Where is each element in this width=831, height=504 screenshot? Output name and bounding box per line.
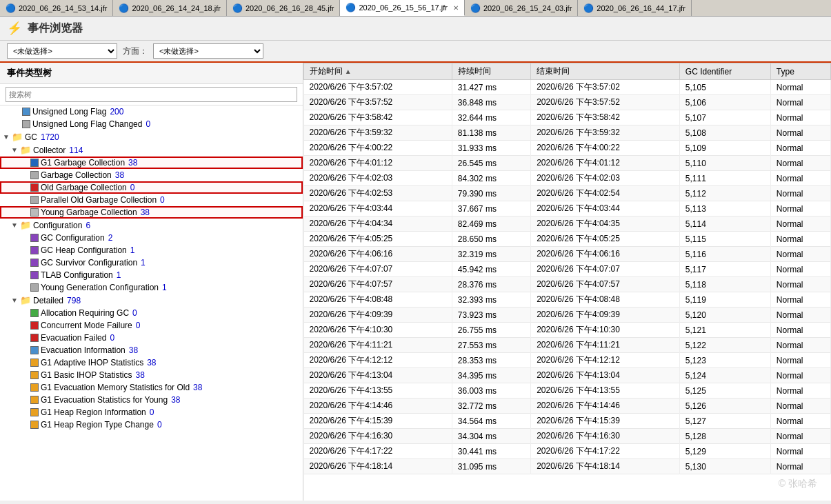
tree-item-count: 1: [162, 283, 167, 292]
table-row[interactable]: 2020/6/26 下午4:11:2127.553 ms2020/6/26 下午…: [304, 338, 831, 353]
cell-end-time: 2020/6/26 下午4:13:04: [531, 368, 680, 383]
tab-tab5[interactable]: 🔵2020_06_26_15_24_03.jfr: [465, 0, 578, 16]
cell-gc-identifier: 5,121: [679, 323, 770, 338]
table-row[interactable]: 2020/6/26 下午4:13:0434.395 ms2020/6/26 下午…: [304, 368, 831, 383]
table-row[interactable]: 2020/6/26 下午4:07:0745.942 ms2020/6/26 下午…: [304, 262, 831, 277]
tree-item-configuration[interactable]: ▼📁 Configuration 6: [0, 219, 303, 232]
table-row[interactable]: 2020/6/26 下午3:57:5236.848 ms2020/6/26 下午…: [304, 95, 831, 110]
tree-item-gc-config[interactable]: GC Configuration 2: [0, 232, 303, 244]
table-row[interactable]: 2020/6/26 下午4:07:5728.376 ms2020/6/26 下午…: [304, 277, 831, 292]
table-row[interactable]: 2020/6/26 下午4:18:1431.095 ms2020/6/26 下午…: [304, 459, 831, 474]
table-row[interactable]: 2020/6/26 下午4:13:5536.003 ms2020/6/26 下午…: [304, 383, 831, 399]
tree-item-gc-survivor-config[interactable]: GC Survivor Configuration 1: [0, 256, 303, 269]
tree-item-detailed[interactable]: ▼📁 Detailed 798: [0, 294, 303, 307]
cell-start-time: 2020/6/26 下午4:11:21: [304, 338, 452, 353]
tree-item-g1-heap-region-info[interactable]: G1 Heap Region Information 0: [0, 406, 303, 419]
table-row[interactable]: 2020/6/26 下午3:59:3281.138 ms2020/6/26 下午…: [304, 125, 831, 141]
tree-item-young-garbage[interactable]: Young Garbage Collection 38: [0, 206, 303, 219]
color-indicator: [30, 246, 39, 254]
cell-duration: 81.138 ms: [452, 125, 530, 141]
cell-end-time: 2020/6/26 下午3:57:02: [531, 80, 680, 95]
cell-end-time: 2020/6/26 下午4:14:46: [531, 399, 680, 414]
tab-tab3[interactable]: 🔵2020_06_26_16_28_45.jfr: [227, 0, 340, 16]
folder-icon: 📁: [20, 220, 31, 230]
tab-label: 2020_06_26_15_24_03.jfr: [483, 4, 572, 12]
search-input[interactable]: [6, 87, 297, 102]
tree-item-count: 798: [67, 296, 81, 305]
tree-item-unsigned-long-flag[interactable]: Unsigned Long Flag 200: [0, 105, 303, 118]
table-row[interactable]: 2020/6/26 下午4:06:1632.319 ms2020/6/26 下午…: [304, 247, 831, 262]
cell-duration: 34.564 ms: [452, 414, 530, 429]
tree-item-garbage-collection[interactable]: Garbage Collection 38: [0, 169, 303, 181]
tree-item-g1-basic-ihop[interactable]: G1 Basic IHOP Statistics 38: [0, 369, 303, 381]
tree-item-g1-garbage[interactable]: G1 Garbage Collection 38: [0, 157, 303, 169]
tree-item-unsigned-long-flag-changed[interactable]: Unsigned Long Flag Changed 0: [0, 118, 303, 130]
table-row[interactable]: 2020/6/26 下午4:02:5379.390 ms2020/6/26 下午…: [304, 186, 831, 201]
cell-duration: 31.095 ms: [452, 459, 530, 474]
table-row[interactable]: 2020/6/26 下午4:01:1226.545 ms2020/6/26 下午…: [304, 156, 831, 171]
table-row[interactable]: 2020/6/26 下午4:10:3026.755 ms2020/6/26 下午…: [304, 323, 831, 338]
col-header-start-time[interactable]: 开始时间 ▲: [304, 63, 452, 80]
cell-type: Normal: [770, 232, 830, 247]
table-row[interactable]: 2020/6/26 下午4:17:2230.441 ms2020/6/26 下午…: [304, 444, 831, 459]
tree-item-count: 38: [136, 370, 145, 380]
cell-type: Normal: [770, 368, 830, 383]
tree-item-old-garbage[interactable]: Old Garbage Collection 0: [0, 181, 303, 194]
tree-item-evacuation-failed[interactable]: Evacuation Failed 0: [0, 332, 303, 344]
tree-item-gc-heap-config[interactable]: GC Heap Configuration 1: [0, 244, 303, 256]
tree-item-gc[interactable]: ▼📁 GC 1720: [0, 130, 303, 143]
table-row[interactable]: 2020/6/26 下午4:02:0384.302 ms2020/6/26 下午…: [304, 171, 831, 186]
tab-tab6[interactable]: 🔵2020_06_26_16_44_17.jfr: [578, 0, 691, 16]
tree-item-g1-heap-region-type-change[interactable]: G1 Heap Region Type Change 0: [0, 419, 303, 431]
tab-tab2[interactable]: 🔵2020_06_26_14_24_18.jfr: [113, 0, 226, 16]
tab-tab4[interactable]: 🔵2020_06_26_15_56_17.jfr✕: [340, 0, 464, 16]
color-indicator: [30, 383, 39, 392]
table-row[interactable]: 2020/6/26 下午4:05:2528.650 ms2020/6/26 下午…: [304, 232, 831, 247]
table-row[interactable]: 2020/6/26 下午4:15:3934.564 ms2020/6/26 下午…: [304, 414, 831, 429]
table-container[interactable]: 开始时间 ▲持续时间结束时间GC IdentifierType 2020/6/2…: [303, 63, 831, 501]
table-row[interactable]: 2020/6/26 下午4:16:3034.304 ms2020/6/26 下午…: [304, 429, 831, 444]
tree-item-parallel-old[interactable]: Parallel Old Garbage Collection 0: [0, 194, 303, 206]
cell-type: Normal: [770, 277, 830, 292]
tree-item-young-gen-config[interactable]: Young Generation Configuration 1: [0, 281, 303, 294]
color-indicator: [30, 234, 39, 242]
table-row[interactable]: 2020/6/26 下午4:03:4437.667 ms2020/6/26 下午…: [304, 201, 831, 216]
table-row[interactable]: 2020/6/26 下午4:04:3482.469 ms2020/6/26 下午…: [304, 216, 831, 232]
direction-label: 方面：: [123, 46, 148, 57]
tree-item-concurrent-mode-failure[interactable]: Concurrent Mode Failure 0: [0, 319, 303, 332]
table-row[interactable]: 2020/6/26 下午3:58:4232.644 ms2020/6/26 下午…: [304, 110, 831, 125]
table-row[interactable]: 2020/6/26 下午4:14:4632.772 ms2020/6/26 下午…: [304, 399, 831, 414]
cell-gc-identifier: 5,126: [679, 399, 770, 414]
direction-dropdown[interactable]: <未做选择>: [153, 43, 263, 59]
table-row[interactable]: 2020/6/26 下午4:00:2231.933 ms2020/6/26 下午…: [304, 141, 831, 156]
table-row[interactable]: 2020/6/26 下午3:57:0231.427 ms2020/6/26 下午…: [304, 80, 831, 95]
cell-gc-identifier: 5,114: [679, 216, 770, 232]
tree-item-label: TLAB Configuration: [41, 270, 113, 280]
cell-type: Normal: [770, 247, 830, 262]
tree-item-g1-evacuation-stats-young[interactable]: G1 Evacuation Statistics for Young 38: [0, 394, 303, 406]
tree-item-tlab-config[interactable]: TLAB Configuration 1: [0, 269, 303, 281]
cell-duration: 28.376 ms: [452, 277, 530, 292]
cell-duration: 73.923 ms: [452, 308, 530, 323]
tree-item-g1-adaptive-ihop[interactable]: G1 Adaptive IHOP Statistics 38: [0, 356, 303, 369]
table-row[interactable]: 2020/6/26 下午4:12:1228.353 ms2020/6/26 下午…: [304, 353, 831, 368]
table-row[interactable]: 2020/6/26 下午4:09:3973.923 ms2020/6/26 下午…: [304, 308, 831, 323]
tree-item-label: Collector: [33, 145, 66, 155]
tree-item-label: G1 Heap Region Information: [41, 407, 146, 417]
tab-close-button[interactable]: ✕: [453, 4, 459, 12]
expand-icon: ▼: [11, 221, 18, 229]
selector-dropdown[interactable]: <未做选择>: [7, 43, 117, 59]
table-row[interactable]: 2020/6/26 下午4:08:4832.393 ms2020/6/26 下午…: [304, 292, 831, 308]
cell-end-time: 2020/6/26 下午4:06:16: [531, 247, 680, 262]
color-indicator: [30, 183, 39, 192]
tree-item-collector[interactable]: ▼📁 Collector 114: [0, 143, 303, 157]
tree-item-g1-evacuation-memory-old[interactable]: G1 Evacuation Memory Statistics for Old …: [0, 381, 303, 394]
cell-end-time: 2020/6/26 下午4:12:12: [531, 353, 680, 368]
tab-tab1[interactable]: 🔵2020_06_26_14_53_14.jfr: [0, 0, 113, 16]
tree-item-evacuation-information[interactable]: Evacuation Information 38: [0, 344, 303, 356]
tree-container[interactable]: Unsigned Long Flag 200 Unsigned Long Fla…: [0, 105, 303, 501]
tree-item-allocation-requiring-gc[interactable]: Allocation Requiring GC 0: [0, 307, 303, 319]
cell-end-time: 2020/6/26 下午4:07:57: [531, 277, 680, 292]
cell-duration: 32.772 ms: [452, 399, 530, 414]
cell-start-time: 2020/6/26 下午4:08:48: [304, 292, 452, 308]
